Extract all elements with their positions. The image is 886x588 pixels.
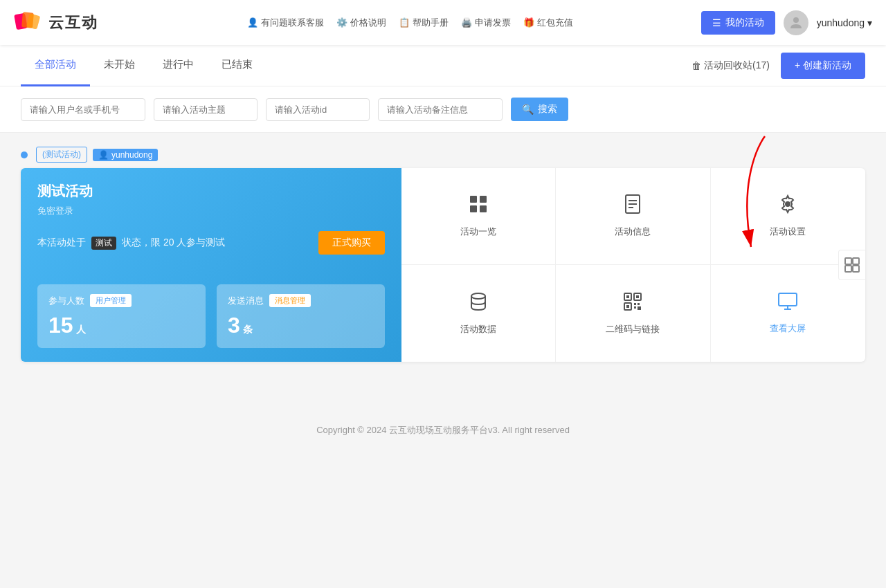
footer: Copyright © 2024 云互动现场互动服务平台v3. All righ… [0,403,886,457]
activity-left-panel: 测试活动 免密登录 本活动处于 测试 状态，限 20 人参与测试 正式购买 参与… [21,168,401,362]
action-info-label: 活动信息 [615,226,651,238]
user-icon: 👤 [98,150,109,160]
recycle-bin[interactable]: 🗑 活动回收站(17) [691,59,770,72]
action-overview-label: 活动一览 [460,226,496,238]
logo-icon [14,8,43,37]
print-icon: 🖨️ [461,17,472,28]
nav-pricing[interactable]: ⚙️ 价格说明 [336,17,386,29]
list-icon: ☰ [712,17,721,28]
svg-rect-5 [470,196,477,203]
gear-icon [778,194,797,219]
svg-rect-20 [626,305,629,308]
search-theme-input[interactable] [154,98,257,121]
trash-icon: 🗑 [691,60,701,71]
svg-rect-23 [634,306,636,309]
svg-rect-24 [638,306,641,310]
stats-row: 参与人数 用户管理 15 人 发送消息 消息管理 3 条 [37,284,385,348]
action-info[interactable]: 活动信息 [556,168,710,265]
action-data[interactable]: 活动数据 [401,265,556,362]
action-qr-label: 二维码与链接 [606,323,660,336]
my-activity-button[interactable]: ☰ 我的活动 [701,11,775,35]
nav-recharge[interactable]: 🎁 红包充值 [523,17,573,29]
activity-dot [21,151,28,158]
svg-rect-18 [636,295,639,298]
activity-title: 测试活动 [37,182,385,201]
header-nav: 👤 有问题联系客服 ⚙️ 价格说明 📋 帮助手册 🖨️ 申请发票 🎁 红包充值 [119,17,701,29]
stat-participants-header: 参与人数 用户管理 [48,294,195,307]
action-settings-label: 活动设置 [770,226,806,238]
svg-rect-29 [853,258,859,264]
qr-icon [623,292,642,316]
action-qr[interactable]: 二维码与链接 [556,265,710,362]
nav-invoice[interactable]: 🖨️ 申请发票 [461,17,511,29]
buy-button[interactable]: 正式购买 [318,231,385,255]
status-badge-test: 测试 [91,237,116,250]
username[interactable]: yunhudong ▾ [817,17,872,28]
svg-rect-6 [480,196,487,203]
stat-participants: 参与人数 用户管理 15 人 [37,284,206,348]
gift-icon: 🎁 [523,17,534,28]
search-button[interactable]: 🔍 搜索 [511,98,568,121]
stat-messages: 发送消息 消息管理 3 条 [217,284,385,348]
gear-small-icon: ⚙️ [336,17,347,28]
logo: 云互动 [14,8,98,37]
svg-point-13 [785,201,790,207]
svg-rect-25 [779,293,797,306]
activity-header-row: (测试活动) 👤 yunhudong [21,147,865,163]
tab-not-started[interactable]: 未开始 [90,45,149,86]
avatar-icon [788,15,804,31]
logo-text: 云互动 [48,12,98,33]
header: 云互动 👤 有问题联系客服 ⚙️ 价格说明 📋 帮助手册 🖨️ 申请发票 🎁 红… [0,0,886,45]
right-edge-icon[interactable] [838,250,865,280]
action-bigscreen-label: 查看大屏 [770,322,806,335]
user-management-button[interactable]: 用户管理 [90,294,132,307]
tab-ended[interactable]: 已结束 [208,45,266,86]
nav-customer-service[interactable]: 👤 有问题联系客服 [247,17,324,29]
stat-messages-header: 发送消息 消息管理 [228,294,374,307]
create-activity-button[interactable]: + 创建新活动 [781,53,865,79]
search-note-input[interactable] [378,98,503,121]
tab-all-activities[interactable]: 全部活动 [21,45,90,86]
svg-rect-7 [470,205,477,212]
avatar [784,10,808,35]
tag-user: 👤 yunhudong [93,149,158,161]
svg-rect-8 [480,205,487,212]
grid-icon [469,194,488,219]
activity-card: 测试活动 免密登录 本活动处于 测试 状态，限 20 人参与测试 正式购买 参与… [21,168,865,362]
person-icon: 👤 [247,17,258,28]
doc-icon [624,194,642,219]
svg-rect-30 [845,266,851,272]
tab-bar: 全部活动 未开始 进行中 已结束 🗑 活动回收站(17) + 创建新活动 [0,45,886,86]
tab-in-progress[interactable]: 进行中 [149,45,208,86]
svg-rect-21 [634,303,636,305]
activity-free-login: 免密登录 [37,205,385,217]
stat-participants-number: 15 人 [48,313,195,338]
svg-rect-16 [626,295,629,298]
activity-right-panel: 活动一览 活动信息 [401,168,865,362]
svg-rect-22 [638,303,640,305]
stat-messages-number: 3 条 [228,313,374,338]
database-icon [469,292,487,316]
tag-test[interactable]: (测试活动) [36,147,87,163]
action-data-label: 活动数据 [460,323,496,336]
nav-help[interactable]: 📋 帮助手册 [399,17,449,29]
header-right: ☰ 我的活动 yunhudong ▾ [701,10,872,35]
main-content: (测试活动) 👤 yunhudong 测试活动 免密登录 本活动处于 测试 状态… [0,133,886,376]
svg-rect-28 [845,258,851,264]
search-bar: 🔍 搜索 [0,86,886,133]
search-id-input[interactable] [266,98,370,121]
message-management-button[interactable]: 消息管理 [269,294,311,307]
monitor-icon [778,293,797,315]
action-overview[interactable]: 活动一览 [401,168,556,265]
layout-icon [844,257,860,273]
svg-rect-31 [853,266,859,272]
activity-status-line: 本活动处于 测试 状态，限 20 人参与测试 正式购买 [37,231,385,255]
svg-point-14 [471,293,485,299]
book-icon: 📋 [399,17,410,28]
search-icon: 🔍 [522,104,534,115]
dropdown-icon: ▾ [867,17,872,28]
svg-point-3 [793,17,799,23]
search-username-input[interactable] [21,98,145,121]
